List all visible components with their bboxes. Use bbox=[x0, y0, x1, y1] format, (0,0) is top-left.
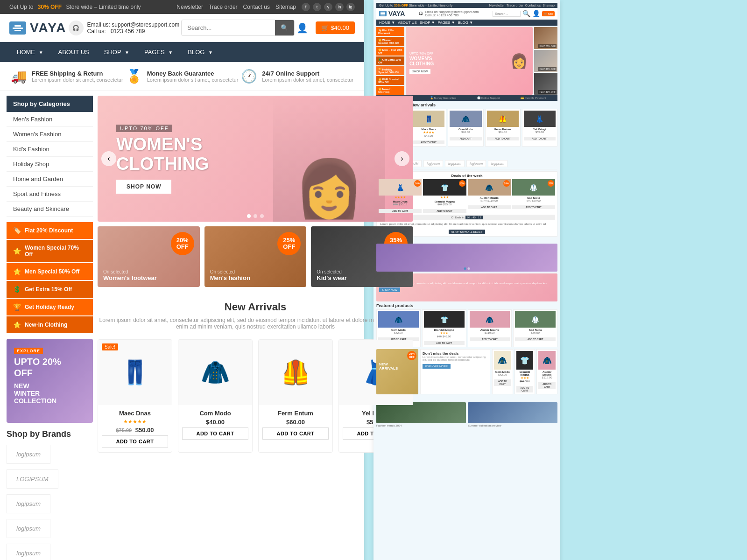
promo-men50[interactable]: ⭐ Men Special 50% Off bbox=[7, 263, 93, 280]
mini-nav-about[interactable]: ABOUT US bbox=[398, 21, 417, 25]
mini-deal-prod-2: 👕 15% ★★★ Branddi Magna $66 $55.00 ADD T… bbox=[423, 179, 466, 213]
mini-prod-stars-1: ★★★★ bbox=[413, 131, 444, 134]
mini-nav-blog[interactable]: BLOG ▼ bbox=[458, 21, 473, 25]
brand-2: LOGIPSUM bbox=[7, 469, 58, 489]
feat-prod-btn-4[interactable]: ADD TO CART bbox=[515, 337, 556, 341]
mini-top-right: Newsletter Trace order Contact us Sitema… bbox=[489, 4, 555, 7]
mini-promo-text: Get Up to 30% OFF Store wide – Limited t… bbox=[379, 4, 452, 7]
add-to-cart-3[interactable]: ADD TO CART bbox=[262, 427, 329, 440]
hero-shop-now-button[interactable]: SHOP NOW bbox=[116, 180, 171, 194]
add-to-cart-1[interactable]: ADD TO CART bbox=[102, 435, 168, 448]
cat-beauty[interactable]: Beauty and Skincare bbox=[7, 202, 93, 217]
newsletter-link[interactable]: Newsletter bbox=[176, 4, 203, 10]
feat-prod-img-4: 🥼 bbox=[515, 311, 556, 328]
mini-deal-prod-4: 🥼 25% Sad Nulla $80 $60.00 ADD TO CART bbox=[512, 179, 555, 213]
promo-label-men50: Men Special 50% Off bbox=[25, 268, 79, 275]
mini-deal-btn-1[interactable]: ADD TO CART bbox=[379, 209, 422, 213]
mini-prod-btn-2[interactable]: ADD CART bbox=[450, 137, 481, 140]
slider-dot-1[interactable] bbox=[247, 214, 251, 218]
cat-holiday[interactable]: Holiday Shop bbox=[7, 157, 93, 172]
promo-shoes-card[interactable]: 20% OFF On selected Women's footwear bbox=[98, 226, 200, 287]
promo-holiday[interactable]: 🏆 Get Holiday Ready bbox=[7, 299, 93, 315]
mini-prod-btn-3[interactable]: ADD TO CART bbox=[487, 137, 519, 140]
products-grid: 👖 Sale! Maec Dnas ★★★★★ $75.00 $50.00 bbox=[98, 339, 413, 453]
mini-search-input[interactable] bbox=[493, 11, 521, 17]
facebook-icon[interactable]: f bbox=[302, 3, 310, 11]
mini-banner-newin[interactable]: ⭐ New-in Clothing bbox=[376, 86, 404, 95]
user-icon[interactable]: 👤 bbox=[296, 22, 308, 34]
mini-nav-home[interactable]: HOME ▼ bbox=[379, 21, 395, 25]
dm-prod-3: 🧥 Auctor Mauris $119.00 ADD TO CART bbox=[536, 349, 557, 394]
cat-womens[interactable]: Women's Fashion bbox=[7, 127, 93, 142]
mini-shop-now-button[interactable]: SHOP NOW bbox=[409, 69, 430, 74]
mini-deal-badge-2: 15% bbox=[459, 180, 465, 187]
nav-about[interactable]: ABOUT US bbox=[51, 42, 97, 62]
slider-next-button[interactable]: › bbox=[395, 151, 409, 166]
mini-prod-price-4: $55.00 bbox=[524, 131, 556, 133]
add-to-cart-2[interactable]: ADD TO CART bbox=[182, 427, 248, 440]
youtube-icon[interactable]: y bbox=[324, 3, 332, 11]
nav-home[interactable]: HOME ▼ bbox=[9, 42, 51, 62]
promo-women70[interactable]: ⭐ Women Special 70% Off bbox=[7, 240, 93, 262]
dm-prod-btn-2[interactable]: ADD TO CART bbox=[516, 386, 534, 392]
cat-home[interactable]: Home and Garden bbox=[7, 172, 93, 187]
dm-prod-btn-1[interactable]: ADD TO CART bbox=[494, 379, 511, 386]
dont-miss-explore-button[interactable]: EXPLORE MORE bbox=[423, 364, 451, 369]
twitter-icon[interactable]: t bbox=[313, 3, 321, 11]
logo[interactable]: VAYA bbox=[9, 21, 67, 35]
mini-banner-holiday[interactable]: 🏆 Holiday Special 30% Off bbox=[376, 66, 404, 75]
promo-newin[interactable]: ⭐ New-In Clothing bbox=[7, 316, 93, 333]
mini-products-box: New arrivals 👖 Mace Dnas ★★★★ $42.00 ADD… bbox=[411, 103, 557, 153]
mini-banner-flat25[interactable]: 🏷️ Flat 25% Discount bbox=[376, 27, 404, 36]
sitemap-link[interactable]: Sitemap bbox=[275, 4, 296, 10]
style-dot-2[interactable] bbox=[468, 267, 470, 270]
feat-prod-btn-3[interactable]: ADD TO CART bbox=[470, 337, 510, 341]
mini-deal-btn-3[interactable]: ADD TO CART bbox=[468, 205, 511, 209]
promo-item-women70: ⭐ Women Special 70% Off bbox=[13, 245, 86, 258]
mini-banner-men20[interactable]: ⭐ Men – Flat 20% Off bbox=[376, 47, 404, 56]
shop-all-deals-button[interactable]: SHOP NOW ALL DEALS bbox=[449, 230, 485, 234]
style-dot-active[interactable] bbox=[464, 267, 466, 270]
nav-blog[interactable]: BLOG ▼ bbox=[180, 42, 220, 62]
dm-prod-btn-3[interactable]: ADD TO CART bbox=[538, 382, 556, 389]
mini-prod-btn-1[interactable]: ADD TO CART bbox=[413, 140, 444, 144]
mini-deal-btn-2[interactable]: ADD TO CART bbox=[423, 209, 466, 213]
winter-banner[interactable]: EXPLORE UPTO 20%OFF NEWWINTERCOLLECTION bbox=[7, 339, 93, 423]
trace-order-link[interactable]: Trace order bbox=[209, 4, 238, 10]
mini-deal-btn-4[interactable]: ADD TO CART bbox=[512, 205, 555, 209]
slider-dot-2[interactable] bbox=[254, 214, 257, 218]
mini-prod-3: 🦺 Ferm Entum $61.00 ADD TO CART bbox=[485, 109, 521, 147]
search-input[interactable] bbox=[182, 21, 275, 35]
promo-jacket-card[interactable]: 25% OFF On selected Men's fashion bbox=[204, 226, 307, 287]
promo-label-newin: New-In Clothing bbox=[25, 322, 67, 328]
contact-link[interactable]: Contact us bbox=[243, 4, 270, 10]
search-button[interactable]: 🔍 bbox=[275, 20, 294, 35]
cart-button[interactable]: 🛒 $40.00 bbox=[316, 21, 355, 34]
mini-prod-btn-4[interactable]: ADD TO CART bbox=[524, 137, 556, 140]
feat-prod-btn-2[interactable]: ADD TO CART bbox=[424, 341, 465, 345]
hero-content: UPTO 70% OFF WOMEN'S CLOTHING SHOP NOW bbox=[116, 124, 209, 194]
slider-prev-button[interactable]: ‹ bbox=[101, 151, 116, 166]
brands-grid: logipsum LOGIPSUM logipsum logipsum logi… bbox=[7, 445, 93, 560]
promo-flat20[interactable]: 🏷️ Flat 20% Discount bbox=[7, 222, 93, 239]
product-name-1: Maec Dnas bbox=[102, 410, 168, 417]
cat-mens[interactable]: Men's Fashion bbox=[7, 112, 93, 127]
product-img-2: 🧥 bbox=[178, 340, 252, 405]
mini-banner-extra10[interactable]: 💲 Get Extra 10% Off bbox=[376, 56, 404, 65]
nav-pages[interactable]: PAGES ▼ bbox=[137, 42, 180, 62]
instagram-icon[interactable]: ig bbox=[346, 3, 355, 11]
promo-extra15[interactable]: 💲 Get Extra 15% Off bbox=[7, 281, 93, 298]
get-look-shop-button[interactable]: SHOP NOW bbox=[379, 287, 400, 292]
mini-nav-shop[interactable]: SHOP ▼ bbox=[420, 21, 435, 25]
mini-cart[interactable]: 🛒 $40 bbox=[542, 11, 555, 16]
slider-dot-3[interactable] bbox=[260, 214, 264, 218]
mini-prod-4: 👗 Yel Kringi $55.00 ADD TO CART bbox=[522, 109, 557, 147]
linkedin-icon[interactable]: in bbox=[335, 3, 344, 11]
mini-banner-fb[interactable]: ⭐ F&B Special 35% Off bbox=[376, 76, 404, 85]
cat-sport[interactable]: Sport and Fitness bbox=[7, 187, 93, 202]
mini-nav-pages[interactable]: PAGES ▼ bbox=[438, 21, 455, 25]
cat-kids[interactable]: Kid's Fashion bbox=[7, 142, 93, 157]
nav-shop[interactable]: SHOP ▼ bbox=[97, 42, 137, 62]
mini-banner-women40[interactable]: ⭐ Women Special 40% Off bbox=[376, 37, 404, 46]
mini-trace: Trace order bbox=[507, 4, 523, 7]
